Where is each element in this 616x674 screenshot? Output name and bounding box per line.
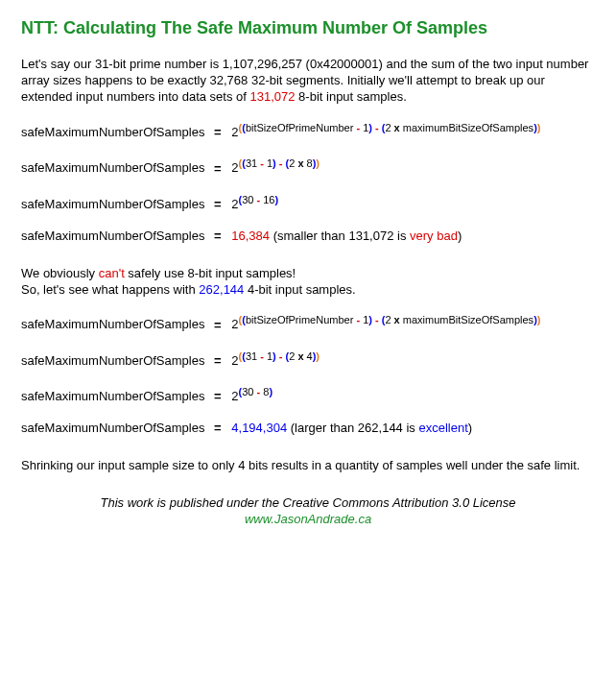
eq-exponent: ((31 - 1) - (2 x 8)) [239, 157, 320, 169]
equals-sign: = [214, 389, 223, 403]
equals-sign: = [214, 229, 223, 243]
result-value: 4,194,304 [231, 421, 287, 435]
eq-base: 2 [231, 318, 238, 332]
exp-two: 2 [289, 157, 295, 169]
footer: This work is published under the Creativ… [21, 495, 595, 528]
equals-sign: = [214, 318, 223, 332]
eq-base: 2 [231, 197, 238, 211]
equation-3: safeMaximumNumberOfSamples = 2(30 - 16) [21, 193, 595, 213]
exp-mult: x [394, 314, 400, 325]
equation-4-result: safeMaximumNumberOfSamples = 16,384 (sma… [21, 229, 595, 245]
exp-two: 2 [385, 122, 391, 133]
result-tail-c: ) [458, 229, 462, 243]
eq-exponent: (30 - 16) [239, 194, 279, 205]
exp-bits: bitSizeOfPrimeNumber [246, 314, 353, 325]
exp-31: 31 [246, 157, 257, 169]
equals-sign: = [214, 421, 223, 435]
eq-lhs: safeMaximumNumberOfSamples [21, 318, 204, 332]
equation-6: safeMaximumNumberOfSamples = 2((31 - 1) … [21, 349, 595, 370]
author-link[interactable]: www.JasonAndrade.ca [245, 512, 371, 526]
exp-31: 31 [246, 350, 257, 362]
eq-lhs: safeMaximumNumberOfSamples [21, 229, 204, 243]
exp-mult: x [394, 122, 400, 133]
eq-base: 2 [231, 161, 238, 176]
result-tail-a: (larger than 262,144 is [287, 421, 418, 435]
intro-text-c: 8-bit input samples. [296, 89, 407, 104]
exp-max: maximumBitSizeOfSamples [403, 314, 533, 325]
exp-two: 2 [289, 350, 295, 362]
exp-mult: x [297, 350, 303, 362]
equals-sign: = [214, 161, 223, 176]
eq-exponent: ((bitSizeOfPrimeNumber - 1) - (2 x maxim… [239, 314, 541, 325]
eq-lhs: safeMaximumNumberOfSamples [21, 353, 204, 368]
mid-b: can't [99, 266, 125, 280]
result-value: 16,384 [231, 229, 270, 243]
eq-base: 2 [231, 389, 238, 403]
eq-exponent: (30 - 8) [239, 386, 273, 397]
exp-30: 30 [242, 194, 253, 205]
eq-lhs: safeMaximumNumberOfSamples [21, 161, 204, 176]
equals-sign: = [214, 197, 223, 211]
mid-f: 4-bit input samples. [244, 282, 355, 297]
exp-bits: bitSizeOfPrimeNumber [246, 122, 353, 133]
eq-base: 2 [231, 353, 238, 368]
equation-5: safeMaximumNumberOfSamples = 2((bitSizeO… [21, 313, 595, 333]
result-tail-c: ) [468, 421, 472, 435]
mid-c: safely use 8-bit input samples! [125, 266, 296, 280]
mid-paragraph: We obviously can't safely use 8-bit inpu… [21, 266, 595, 299]
equation-8-result: safeMaximumNumberOfSamples = 4,194,304 (… [21, 421, 595, 437]
eq-base: 2 [231, 125, 238, 139]
mid-d: So, let's see what happens with [21, 282, 199, 297]
exp-two: 2 [385, 314, 391, 325]
result-tail-b: excellent [418, 421, 467, 435]
equals-sign: = [214, 353, 223, 368]
equation-2: safeMaximumNumberOfSamples = 2((31 - 1) … [21, 156, 595, 177]
eq-lhs: safeMaximumNumberOfSamples [21, 421, 204, 435]
eq-lhs: safeMaximumNumberOfSamples [21, 197, 204, 211]
page-title: NTT: Calculating The Safe Maximum Number… [21, 17, 595, 39]
license-text: This work is published under the Creativ… [100, 495, 515, 510]
exp-30: 30 [242, 386, 253, 397]
equation-1: safeMaximumNumberOfSamples = 2((bitSizeO… [21, 121, 595, 141]
exp-16: 16 [263, 194, 274, 205]
eq-exponent: ((31 - 1) - (2 x 4)) [239, 350, 320, 362]
equation-7: safeMaximumNumberOfSamples = 2(30 - 8) [21, 385, 595, 405]
equals-sign: = [214, 125, 223, 139]
mid-e: 262,144 [199, 282, 244, 297]
eq-lhs: safeMaximumNumberOfSamples [21, 389, 204, 403]
mid-a: We obviously [21, 266, 99, 280]
eq-lhs: safeMaximumNumberOfSamples [21, 125, 204, 139]
intro-count: 131,072 [250, 89, 296, 104]
result-tail-a: (smaller than 131,072 is [270, 229, 410, 243]
exp-max: maximumBitSizeOfSamples [403, 122, 533, 133]
conclusion-paragraph: Shrinking our input sample size to only … [21, 458, 595, 474]
eq-exponent: ((bitSizeOfPrimeNumber - 1) - (2 x maxim… [239, 122, 541, 133]
intro-paragraph: Let's say our 31-bit prime number is 1,1… [21, 57, 595, 106]
exp-mult: x [297, 157, 303, 169]
result-tail-b: very bad [410, 229, 458, 243]
